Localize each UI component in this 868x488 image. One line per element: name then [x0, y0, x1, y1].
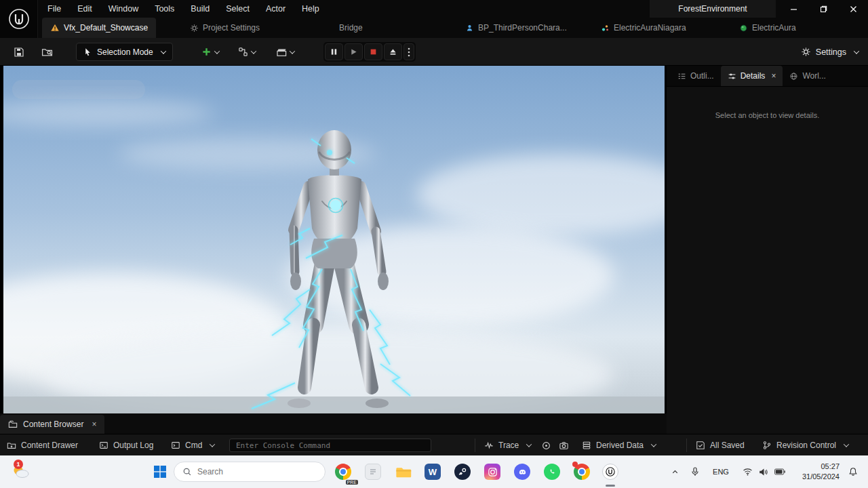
tab-label: Outli...	[690, 71, 714, 81]
dock-tabbar: Outli... Details × Worl...	[667, 66, 868, 87]
details-empty-message: Select an object to view details.	[667, 111, 868, 119]
tab-electricauraniagara[interactable]: ElectricAuraNiagara	[593, 18, 694, 38]
menu-actor[interactable]: Actor	[258, 0, 294, 18]
tray-mic-icon[interactable]	[686, 455, 704, 488]
cinematics-dropdown[interactable]	[270, 43, 300, 61]
unreal-app-icon	[602, 464, 618, 480]
play-button[interactable]	[344, 43, 363, 60]
app-light-tool[interactable]	[361, 455, 385, 488]
menu-select[interactable]: Select	[218, 0, 258, 18]
tab-electricaura[interactable]: ElectricAura	[731, 18, 804, 38]
tab-label: Worl...	[802, 71, 825, 81]
output-log-label: Output Log	[113, 441, 153, 450]
all-saved-label: All Saved	[710, 441, 745, 450]
tray-wifi-icon[interactable]	[739, 455, 755, 488]
close-button[interactable]	[838, 0, 868, 18]
selection-mode-dropdown[interactable]: Selection Mode	[76, 43, 173, 61]
divider	[686, 439, 687, 452]
cmd-label: Cmd	[185, 441, 202, 450]
divider	[475, 439, 475, 452]
tab-details[interactable]: Details ×	[721, 66, 783, 86]
menu-file[interactable]: File	[39, 0, 69, 18]
app-file-explorer[interactable]	[391, 455, 415, 488]
app-unreal[interactable]	[598, 455, 623, 488]
tray-chevron-up[interactable]	[666, 455, 684, 488]
eject-button[interactable]	[384, 43, 402, 60]
app-discord[interactable]	[510, 455, 534, 488]
tab-label: Bridge	[339, 23, 363, 33]
unreal-logo[interactable]	[0, 0, 38, 38]
content-drawer-icon	[7, 441, 16, 450]
content-browser-tab[interactable]: Content Browser ×	[0, 415, 104, 434]
branch-icon	[762, 441, 772, 450]
maximize-button[interactable]	[808, 0, 838, 18]
start-button[interactable]	[146, 455, 174, 488]
viewport-settings-dropdown[interactable]: Settings	[801, 43, 859, 61]
menu-edit[interactable]: Edit	[69, 0, 100, 18]
status-bar: Content Drawer Output Log Cmd Trace Deri…	[0, 434, 868, 455]
tab-project-settings[interactable]: Project Settings	[182, 18, 268, 38]
close-tab-icon[interactable]: ×	[92, 420, 96, 429]
revision-control-label: Revision Control	[776, 441, 836, 450]
menu-window[interactable]: Window	[100, 0, 146, 18]
tab-world-settings[interactable]: Worl...	[783, 66, 832, 86]
tab-vfx-default-showcase[interactable]: Vfx_Default_Showcase	[42, 18, 156, 38]
warning-icon	[50, 23, 60, 33]
weather-widget[interactable]: 1	[5, 455, 35, 488]
menu-help[interactable]: Help	[294, 0, 328, 18]
gear-icon	[801, 47, 811, 57]
menu-tools[interactable]: Tools	[146, 0, 182, 18]
cmd-dropdown[interactable]: Cmd	[171, 434, 214, 456]
viewport[interactable]	[3, 66, 665, 413]
derived-data-dropdown[interactable]: Derived Data	[582, 434, 656, 456]
app-chrome-pre[interactable]: PRE	[331, 455, 355, 488]
tray-battery-icon[interactable]	[772, 455, 788, 488]
output-log-button[interactable]: Output Log	[99, 434, 153, 456]
tray-notification-bell[interactable]	[844, 455, 863, 488]
tray-language[interactable]: ENG	[709, 455, 732, 488]
blueprints-dropdown[interactable]	[233, 43, 260, 61]
window-title[interactable]: ForestEnvironment	[650, 0, 776, 18]
insights-button[interactable]	[541, 434, 551, 456]
tab-bridge[interactable]: Bridge	[331, 18, 371, 38]
console-command-input[interactable]	[229, 439, 431, 452]
tab-label: BP_ThirdPersonChara...	[478, 23, 567, 33]
tab-outliner[interactable]: Outli...	[671, 66, 721, 86]
app-steam[interactable]	[450, 455, 475, 488]
content-browser-strip: Content Browser ×	[0, 413, 667, 434]
outliner-icon	[677, 72, 686, 81]
app-word[interactable]: W	[420, 455, 445, 488]
pause-button[interactable]	[325, 43, 343, 60]
minimize-button[interactable]	[778, 0, 808, 18]
search-input[interactable]	[197, 467, 299, 476]
screenshot-button[interactable]	[559, 434, 569, 456]
all-saved-indicator[interactable]: All Saved	[696, 434, 745, 456]
tab-label: Project Settings	[203, 23, 260, 33]
trace-icon	[484, 441, 494, 450]
save-button[interactable]	[9, 43, 28, 61]
stop-button[interactable]	[364, 43, 382, 60]
browse-content-button[interactable]	[38, 43, 56, 61]
project-settings-icon	[190, 24, 199, 33]
tray-clock[interactable]: 05:27 31/05/2024	[802, 455, 840, 488]
tab-bp-thirdpersoncharacter[interactable]: BP_ThirdPersonChara...	[457, 18, 575, 38]
screen: File Edit Window Tools Build Select Acto…	[0, 0, 868, 488]
content-drawer-button[interactable]: Content Drawer	[7, 434, 78, 456]
tray-volume-icon[interactable]	[755, 455, 772, 488]
add-actor-dropdown[interactable]	[197, 43, 224, 61]
taskbar-search[interactable]	[174, 462, 326, 482]
app-chrome[interactable]	[570, 455, 594, 488]
play-options-button[interactable]	[403, 43, 414, 60]
tab-label: Details	[741, 71, 766, 81]
viewport-scene	[3, 66, 665, 413]
trace-dropdown[interactable]: Trace	[484, 434, 531, 456]
titlebar: File Edit Window Tools Build Select Acto…	[0, 0, 868, 18]
app-whatsapp[interactable]	[540, 455, 564, 488]
discord-icon	[514, 464, 530, 480]
revision-control-dropdown[interactable]: Revision Control	[762, 434, 848, 456]
close-tab-icon[interactable]: ×	[771, 71, 776, 81]
content-drawer-label: Content Drawer	[21, 441, 78, 450]
app-instagram[interactable]	[480, 455, 505, 488]
editor-tabbar: Vfx_Default_Showcase Project Settings Br…	[38, 18, 868, 38]
menu-build[interactable]: Build	[182, 0, 218, 18]
